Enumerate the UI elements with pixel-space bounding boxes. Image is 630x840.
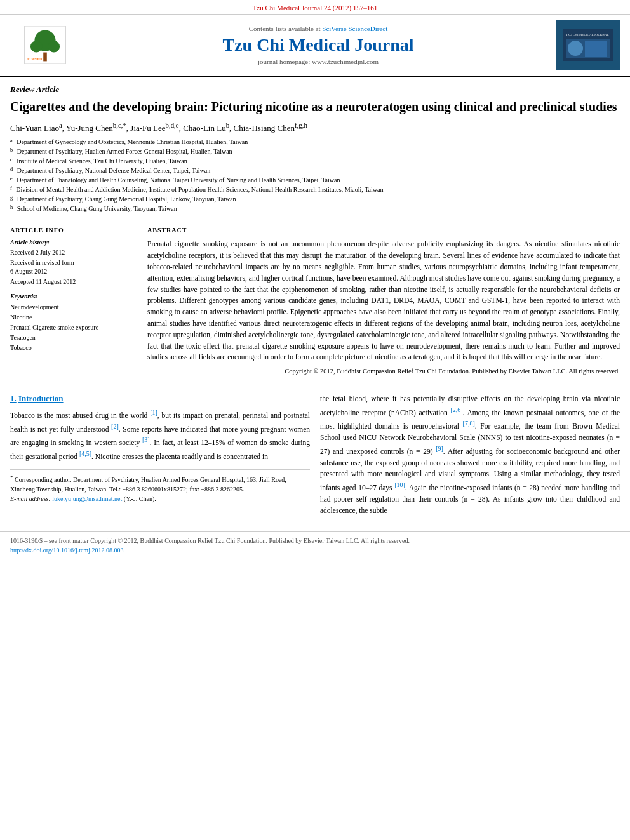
history-label: Article history: (10, 239, 129, 246)
introduction-section: 1. Introduction Tobacco is the most abus… (10, 387, 620, 516)
affil-item-f: f Division of Mental Health and Addictio… (10, 185, 620, 194)
abstract-header: ABSTRACT (147, 227, 620, 234)
svg-point-3 (30, 41, 42, 52)
revised-date: Received in revised form 6 August 2012 (10, 258, 129, 276)
footnote-text: Corresponding author. Department of Psyc… (10, 476, 286, 493)
affil-item-h: h School of Medicine, Chang Gung Univers… (10, 204, 620, 213)
affil-item-g: g Department of Psychiatry, Chang Gung M… (10, 194, 620, 204)
elsevier-logo-section: ELSEVIER (10, 26, 80, 64)
article-title: Cigarettes and the developing brain: Pic… (10, 98, 620, 115)
keyword-nicotine: Nicotine (10, 312, 129, 323)
bottom-bar: 1016-3190/$ – see front matter Copyright… (0, 531, 630, 559)
svg-rect-1 (43, 53, 47, 62)
main-content: Review Article Cigarettes and the develo… (0, 77, 630, 524)
journal-cover: TZU CHI MEDICAL JOURNAL (556, 20, 620, 70)
copyright-text: Copyright © 2012, Buddhist Compassion Re… (147, 367, 620, 377)
journal-homepage: journal homepage: www.tzuchimedjnl.com (86, 58, 550, 65)
journal-header: ELSEVIER Contents lists available at Sci… (0, 15, 630, 77)
cover-svg: TZU CHI MEDICAL JOURNAL (563, 29, 613, 61)
affil-item-c: c Institute of Medical Sciences, Tzu Chi… (10, 156, 620, 166)
article-info-header: ARTICLE INFO (10, 227, 129, 234)
keywords-label: Keywords: (10, 293, 129, 300)
sciverse-link[interactable]: SciVerse ScienceDirect (322, 25, 387, 32)
svg-point-9 (568, 41, 583, 56)
keyword-teratogen: Teratogen (10, 333, 129, 343)
author-name-suffix: (Y.-J. Chen). (124, 495, 156, 502)
keyword-prenatal: Prenatal Cigarette smoke exposure (10, 323, 129, 333)
sciverse-line: Contents lists available at SciVerse Sci… (86, 25, 550, 32)
keyword-neurodevelopment: Neurodevelopment (10, 302, 129, 312)
accepted-date: Accepted 11 August 2012 (10, 277, 129, 286)
issn-line: 1016-3190/$ – see front matter Copyright… (10, 536, 620, 545)
author-email[interactable]: luke.yujung@msa.hinet.net (52, 495, 122, 502)
footnote: * Corresponding author. Department of Ps… (10, 469, 310, 503)
article-info-abstract-section: ARTICLE INFO Article history: Received 2… (10, 220, 620, 377)
received-date: Received 2 July 2012 (10, 248, 129, 257)
intro-text-left: Tobacco is the most abused drug in the w… (10, 408, 310, 463)
journal-title-section: Contents lists available at SciVerse Sci… (86, 25, 550, 65)
affiliations: a Department of Gynecology and Obstetric… (10, 137, 620, 213)
abstract-column: ABSTRACT Prenatal cigarette smoking expo… (147, 227, 620, 377)
abstract-text: Prenatal cigarette smoking exposure is n… (147, 239, 620, 363)
introduction-two-col: 1. Introduction Tobacco is the most abus… (10, 394, 620, 516)
intro-col-left: 1. Introduction Tobacco is the most abus… (10, 394, 310, 516)
email-label: E-mail address: (10, 495, 51, 502)
svg-text:ELSEVIER: ELSEVIER (27, 58, 43, 61)
doi-link[interactable]: http://dx.doi.org/10.1016/j.tcmj.2012.08… (10, 547, 123, 554)
journal-cover-image: TZU CHI MEDICAL JOURNAL (563, 29, 613, 61)
journal-title: Tzu Chi Medical Journal (86, 35, 550, 55)
svg-rect-10 (585, 41, 607, 57)
affil-item-b: b Department of Psychiatry, Hualien Arme… (10, 147, 620, 156)
intro-text-right: the fetal blood, where it has potentiall… (320, 394, 620, 516)
affil-item-a: a Department of Gynecology and Obstetric… (10, 137, 620, 147)
svg-point-4 (48, 41, 60, 52)
keyword-tobacco: Tobacco (10, 343, 129, 353)
svg-text:TZU CHI MEDICAL JOURNAL: TZU CHI MEDICAL JOURNAL (566, 33, 608, 36)
journal-citation: Tzu Chi Medical Journal 24 (2012) 157–16… (0, 0, 630, 15)
affil-item-d: d Department of Psychiatry, National Def… (10, 166, 620, 175)
elsevier-logo: ELSEVIER (23, 26, 67, 64)
section-number: 1. Introduction (10, 394, 310, 404)
affil-item-e: e Department of Thanatology and Health C… (10, 175, 620, 185)
article-type: Review Article (10, 84, 620, 95)
elsevier-tree-icon: ELSEVIER (23, 26, 67, 64)
authors: Chi-Yuan Liaoa, Yu-Jung Chenb,c,*, Jia-F… (10, 121, 620, 133)
keywords-list: Neurodevelopment Nicotine Prenatal Cigar… (10, 302, 129, 353)
intro-col-right: the fetal blood, where it has potentiall… (320, 394, 620, 516)
doi-line: http://dx.doi.org/10.1016/j.tcmj.2012.08… (10, 545, 620, 555)
article-info-column: ARTICLE INFO Article history: Received 2… (10, 227, 137, 377)
